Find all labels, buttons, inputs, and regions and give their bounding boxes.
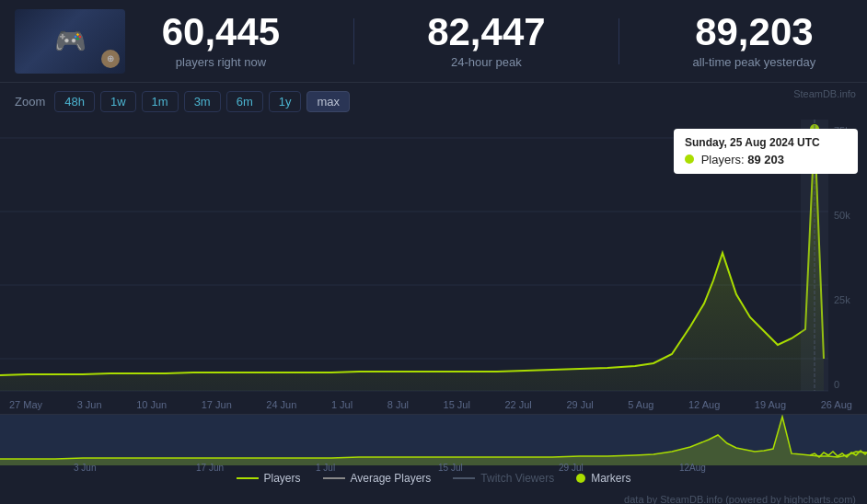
- x-label-aug5: 5 Aug: [628, 399, 653, 410]
- x-label-jul15: 15 Jul: [444, 399, 470, 410]
- x-label-may27: 27 May: [9, 399, 42, 410]
- legend: Players Average Players Twitch Viewers M…: [0, 464, 867, 492]
- zoom-1m[interactable]: 1m: [142, 91, 179, 112]
- tooltip-series: Players: 89 203: [685, 153, 847, 166]
- 24h-peak-label: 24-hour peak: [427, 55, 545, 69]
- players-line-icon: [237, 477, 259, 479]
- chart-tooltip: Sunday, 25 Aug 2024 UTC Players: 89 203: [674, 129, 858, 174]
- 24h-peak-number: 82,447: [427, 13, 545, 52]
- zoom-max[interactable]: max: [306, 91, 350, 112]
- x-label-jun24: 24 Jun: [266, 399, 296, 410]
- legend-players: Players: [237, 472, 301, 485]
- stats-group: 60,445 players right now 82,447 24-hour …: [125, 13, 852, 69]
- mini-chart-svg: [0, 415, 867, 465]
- stat-divider-2: [618, 18, 619, 64]
- main-chart: Sunday, 25 Aug 2024 UTC Players: 89 203 …: [0, 120, 867, 395]
- twitch-legend-label: Twitch Viewers: [480, 472, 554, 485]
- y-label-25k: 25k: [834, 294, 863, 305]
- players-legend-label: Players: [264, 472, 301, 485]
- x-label-jul29: 29 Jul: [566, 399, 593, 410]
- x-label-jun17: 17 Jun: [202, 399, 232, 410]
- legend-twitch: Twitch Viewers: [453, 472, 554, 485]
- mini-chart: 3 Jun 17 Jun 1 Jul 15 Jul 29 Jul 12Aug: [0, 414, 867, 464]
- mini-x-aug12: 12Aug: [679, 463, 706, 473]
- zoom-48h[interactable]: 48h: [54, 91, 95, 112]
- legend-avg-players: Average Players: [323, 472, 432, 485]
- x-label-jul8: 8 Jul: [387, 399, 409, 410]
- steamdb-credit: SteamDB.info: [793, 88, 856, 99]
- current-players-label: players right now: [162, 55, 280, 69]
- x-label-aug19: 19 Aug: [755, 399, 786, 410]
- tooltip-value: 89 203: [747, 153, 784, 166]
- mini-x-jun3: 3 Jun: [74, 463, 96, 473]
- legend-markers: Markers: [576, 472, 630, 485]
- alltime-peak-label: all-time peak yesterday: [693, 55, 816, 69]
- x-label-jul1: 1 Jul: [331, 399, 353, 410]
- mini-x-jul29: 29 Jul: [559, 463, 584, 473]
- mini-x-jun17: 17 Jun: [196, 463, 224, 473]
- stat-24h: 82,447 24-hour peak: [427, 13, 545, 69]
- avg-players-legend-label: Average Players: [351, 472, 432, 485]
- zoom-1w[interactable]: 1w: [100, 91, 136, 112]
- x-label-jun10: 10 Jun: [136, 399, 167, 410]
- twitch-line-icon: [453, 477, 475, 479]
- mini-x-jul1: 1 Jul: [316, 463, 335, 473]
- zoom-1y[interactable]: 1y: [269, 91, 302, 112]
- current-players-number: 60,445: [162, 13, 280, 52]
- stat-divider-1: [353, 18, 354, 64]
- tooltip-date: Sunday, 25 Aug 2024 UTC: [685, 136, 847, 149]
- alltime-peak-number: 89,203: [693, 13, 816, 52]
- stat-alltime: 89,203 all-time peak yesterday: [693, 13, 816, 69]
- game-thumbnail: 🎮 ⊕: [15, 9, 125, 74]
- tooltip-series-name: Players: [701, 153, 741, 166]
- zoom-3m[interactable]: 3m: [184, 91, 221, 112]
- x-label-aug12: 12 Aug: [688, 399, 720, 410]
- x-label-jun3: 3 Jun: [77, 399, 102, 410]
- x-axis: 27 May 3 Jun 10 Jun 17 Jun 24 Jun 1 Jul …: [0, 395, 867, 414]
- x-label-aug26: 26 Aug: [821, 399, 852, 410]
- x-label-jul22: 22 Jul: [504, 399, 531, 410]
- avg-players-line-icon: [323, 477, 345, 479]
- markers-dot-icon: [576, 474, 585, 483]
- markers-legend-label: Markers: [591, 472, 630, 485]
- data-credit: data by SteamDB.info (powered by highcha…: [0, 492, 867, 504]
- zoom-6m[interactable]: 6m: [226, 91, 263, 112]
- zoom-label: Zoom: [15, 95, 45, 109]
- y-label-50k: 50k: [834, 210, 863, 221]
- mini-x-jul15: 15 Jul: [438, 463, 463, 473]
- stat-current: 60,445 players right now: [162, 13, 280, 69]
- compass-icon: ⊕: [101, 50, 120, 68]
- y-label-0: 0: [834, 379, 863, 390]
- tooltip-dot: [685, 155, 694, 164]
- header: 🎮 ⊕ 60,445 players right now 82,447 24-h…: [0, 0, 867, 83]
- zoom-controls: Zoom 48h 1w 1m 3m 6m 1y max: [0, 83, 867, 120]
